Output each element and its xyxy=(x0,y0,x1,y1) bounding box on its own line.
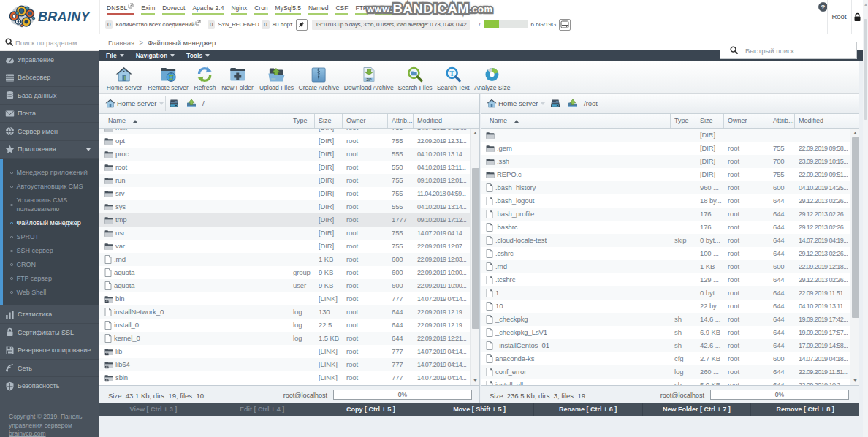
file-row-.cloud-locale-test[interactable]: .cloud-locale-testskip0 byt...root64414.… xyxy=(481,234,850,247)
sidebar-item-статистика[interactable]: Статистика xyxy=(0,305,99,324)
toolbar-remote-server-button[interactable]: Remote server xyxy=(148,66,189,91)
sidebar-subitem-cron[interactable]: CRON xyxy=(3,258,99,272)
sidebar-item-сервер-имен[interactable]: Сервер имен xyxy=(0,123,99,141)
toolbar-search-files-button[interactable]: Search Files xyxy=(397,66,432,91)
file-row-bin[interactable]: bin[LINK]root77714.07.2019 04:14... xyxy=(99,292,470,305)
action-rename-button[interactable]: Rename [ Ctrl + 6 ] xyxy=(534,403,643,416)
sidebar-search[interactable]: Поиск по разделам xyxy=(0,34,99,51)
file-row-aquota[interactable]: aquotagroup9 KBroot60022.09.2019 10:00..… xyxy=(99,266,470,279)
plug-button[interactable] xyxy=(296,19,308,31)
file-row-kernel_0[interactable]: kernel_0log1.5 KBroot64422.09.2019 12:21… xyxy=(99,332,470,345)
scrollbar-thumb[interactable] xyxy=(472,168,479,329)
lock-icon[interactable] xyxy=(853,12,861,23)
toolbar-refresh-button[interactable]: Refresh xyxy=(194,66,216,91)
file-row-1[interactable]: 10 byt...root64422.09.2019 11:51... xyxy=(481,286,850,300)
current-path[interactable]: /root xyxy=(584,99,598,107)
scrollbar-down-arrow[interactable]: ▼ xyxy=(471,376,480,385)
file-row-sys[interactable]: sys[DIR]root55504.10.2019 13:14... xyxy=(99,200,470,213)
sidebar-item-почта[interactable]: Почта xyxy=(0,105,99,123)
column-header-modified[interactable]: Modified xyxy=(795,114,850,128)
server-selector[interactable]: Home server xyxy=(117,99,156,107)
file-row-conf_error[interactable]: conf_errorlog260 ...root64422.09.2019 11… xyxy=(481,365,850,379)
user-menu[interactable]: Root xyxy=(827,0,851,34)
service-link-cron[interactable]: Cron xyxy=(254,4,267,15)
file-row-opt[interactable]: opt[DIR]root75522.09.2019 12:31... xyxy=(99,134,470,148)
file-row-.bash_logout[interactable]: .bash_logout18 by...root64429.12.2013 02… xyxy=(481,194,850,208)
file-row-installNetwork_0[interactable]: installNetwork_0log130 ...root64422.09.2… xyxy=(99,305,470,319)
service-link-ftp[interactable]: FTP xyxy=(355,4,367,15)
file-row-install_0[interactable]: install_0log22.5 ...root64422.09.2019 12… xyxy=(99,319,470,332)
action-view-button[interactable]: View [ Ctrl + 3 ] xyxy=(99,403,208,416)
file-row-..[interactable]: ..[DIR] xyxy=(481,129,850,142)
file-row-lib64[interactable]: lib64[LINK]root77714.07.2019 04:14... xyxy=(99,358,470,371)
toolbar-new-folder-button[interactable]: New Folder xyxy=(221,66,253,91)
sidebar-subitem-менеджер-приложений[interactable]: Менеджер приложений xyxy=(3,166,99,180)
action-copy-button[interactable]: Copy [ Ctrl + 5 ] xyxy=(316,403,425,416)
file-row-srv[interactable]: srv[DIR]root75511.04.2018 04:59... xyxy=(99,187,470,200)
menu-file[interactable]: File xyxy=(99,50,129,61)
sidebar-item-безопасность[interactable]: Безопасность xyxy=(0,377,99,395)
breadcrumb-home[interactable]: Главная xyxy=(108,39,134,47)
column-header-modified[interactable]: Modified xyxy=(414,114,470,128)
file-row-REPO.c[interactable]: REPO.c[DIR]root75522.09.2019 09:51... xyxy=(481,168,850,181)
panel-scrollbar[interactable]: ▲▼ xyxy=(850,129,859,385)
file-row-.tcshrc[interactable]: .tcshrc129 ...root64429.12.2013 02:26... xyxy=(481,273,850,286)
sidebar-item-база-данных[interactable]: База данных xyxy=(0,87,99,105)
file-row-_checkpkg[interactable]: _checkpkgsh14.6 ...root64419.09.2019 17:… xyxy=(481,313,850,326)
file-row-lib[interactable]: lib[LINK]root77714.07.2019 04:14... xyxy=(99,345,470,358)
file-row-_checkpkg_LsV1[interactable]: _checkpkg_LsV1sh6.9 KBroot64419.09.2019 … xyxy=(481,326,850,339)
sidebar-subitem-ftp-сервер[interactable]: FTP сервер xyxy=(3,272,99,286)
file-row-.rnd[interactable]: .rnd1 KBroot60022.09.2019 12:03... xyxy=(99,253,470,266)
menu-tools[interactable]: Tools xyxy=(180,50,215,61)
file-row-_installCentos_01[interactable]: _installCentos_01sh42.6 ...root64417.09.… xyxy=(481,339,850,352)
file-row-root[interactable]: root[DIR]root55004.10.2019 13:11... xyxy=(99,161,470,174)
sidebar-item-управление[interactable]: Управление xyxy=(0,51,99,69)
column-header-type[interactable]: Type xyxy=(671,114,696,128)
column-header-owner[interactable]: Owner xyxy=(343,114,388,128)
window-scrollbar[interactable]: ▲ xyxy=(863,0,868,437)
disk-select-button[interactable] xyxy=(169,99,179,108)
quick-search-box[interactable]: Быстрый поиск xyxy=(720,42,857,59)
toolbar-upload-files-button[interactable]: Upload Files xyxy=(259,66,294,91)
toolbar-search-text-button[interactable]: TSearch Text xyxy=(437,66,470,91)
file-row-.cshrc[interactable]: .cshrc100 ...root64429.12.2013 02:26... xyxy=(481,247,850,260)
file-row-var[interactable]: var[DIR]root75522.09.2019 12:07... xyxy=(99,240,470,253)
server-selector[interactable]: Home server xyxy=(498,99,538,107)
toolbar-download-archive-button[interactable]: ZIPDownload Archive xyxy=(344,66,394,91)
column-header-attrib[interactable]: Attrib... xyxy=(769,114,795,128)
column-header-size[interactable]: Size xyxy=(315,114,343,128)
scrollbar-down-arrow[interactable]: ▼ xyxy=(850,376,860,385)
sidebar-item-сертификаты-ssl[interactable]: Сертификаты SSL xyxy=(0,324,99,342)
scrollbar-thumb[interactable] xyxy=(852,137,859,318)
file-row-.ssh[interactable]: .ssh[DIR]root70023.09.2019 10:15... xyxy=(481,155,850,168)
service-link-csf[interactable]: CSF xyxy=(335,4,348,15)
sidebar-subitem-web-shell[interactable]: Web Shell xyxy=(3,286,99,300)
action-remove-button[interactable]: Remove [ Ctrl + 8 ] xyxy=(751,403,859,416)
service-link-nginx[interactable]: Nginx xyxy=(231,4,247,15)
file-row-.bashrc[interactable]: .bashrc176 ...root64429.12.2013 02:26... xyxy=(481,221,850,234)
file-row-.bash_profile[interactable]: .bash_profile176 ...root64429.12.2013 02… xyxy=(481,208,850,221)
file-row-usr[interactable]: usr[DIR]root75514.07.2019 04:14... xyxy=(99,227,470,240)
file-row-run[interactable]: run[DIR]root75509.10.2019 12:01... xyxy=(99,174,470,187)
toolbar-create-archive-button[interactable]: Create Archive xyxy=(299,66,340,91)
service-link-exim[interactable]: Exim xyxy=(141,4,155,15)
sidebar-item-вебсервер[interactable]: Вебсервер xyxy=(0,69,99,88)
file-row-.bash_history[interactable]: .bash_history960 ...root60004.10.2019 14… xyxy=(481,181,850,194)
action-new-button[interactable]: New Folder [ Ctrl + 7 ] xyxy=(643,403,752,416)
sidebar-item-приложения[interactable]: Приложения xyxy=(0,141,99,159)
column-header-name[interactable]: Name xyxy=(481,114,671,128)
sidebar-item-сеть[interactable]: Сеть xyxy=(0,360,99,378)
column-header-owner[interactable]: Owner xyxy=(724,114,769,128)
file-row-install_all[interactable]: install_allsh5.0 KBroot64422.09.2019 10:… xyxy=(481,379,850,385)
sidebar-subitem-ssh-сервер[interactable]: SSH сервер xyxy=(3,244,99,258)
service-link-mysql5-5[interactable]: MySql5.5 xyxy=(275,4,301,15)
file-row-sbin[interactable]: sbin[LINK]root77714.07.2019 04:14... xyxy=(99,371,470,384)
scrollbar-up-arrow[interactable]: ▲ xyxy=(471,129,480,137)
file-row-anaconda-ks[interactable]: anaconda-kscfg2.7 KBroot60014.07.2019 04… xyxy=(481,352,850,365)
toolbar-home-server-button[interactable]: Home server xyxy=(107,66,142,91)
column-header-size[interactable]: Size xyxy=(696,114,724,128)
file-row-aquota[interactable]: aquotauser9 KBroot60022.09.2019 10:00... xyxy=(99,279,470,292)
panel-scrollbar[interactable]: ▲▼ xyxy=(470,129,479,385)
file-row-10[interactable]: 1022 by...root64404.10.2019 13:11... xyxy=(481,300,850,313)
service-link-dnsbl[interactable]: DNSBL xyxy=(107,4,134,15)
